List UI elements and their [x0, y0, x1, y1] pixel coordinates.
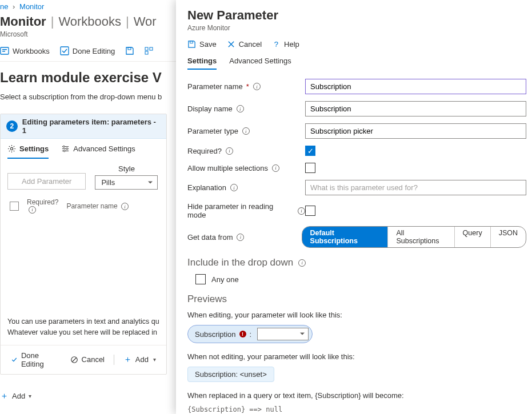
label-allow-multiple: Allow multiple selections — [187, 164, 268, 172]
panel-cancel-button[interactable]: Cancel — [227, 40, 262, 49]
any-one-label: Any one — [211, 275, 239, 284]
info-icon[interactable]: i — [272, 164, 279, 172]
chevron-down-icon: ▾ — [29, 393, 31, 399]
svg-rect-7 — [145, 51, 148, 54]
pill-default-subscriptions[interactable]: Default Subscriptions — [302, 227, 388, 247]
card-header: 2 Editing parameters item: parameters - … — [1, 114, 166, 139]
error-icon: ! — [239, 331, 246, 337]
info-icon[interactable]: i — [230, 184, 238, 191]
svg-rect-5 — [145, 47, 148, 50]
label-display-name: Display name — [187, 104, 233, 113]
done-editing-button[interactable]: Done Editing — [5, 349, 63, 371]
panel-actions: Save Cancel ? Help — [187, 40, 526, 49]
panel-tabs: Settings Advanced Settings — [187, 57, 526, 70]
toolbar-save[interactable] — [125, 46, 134, 55]
preview-dropdown[interactable] — [257, 328, 309, 340]
label-explanation: Explanation — [187, 183, 226, 192]
workbook-icon — [0, 46, 9, 55]
preview-pill-label: Subscription — [195, 330, 236, 339]
parameter-name-input[interactable] — [305, 79, 526, 94]
pill-json[interactable]: JSON — [490, 227, 526, 247]
preview-code: {Subscription} ==> null — [187, 405, 526, 413]
info-icon[interactable]: i — [226, 147, 233, 155]
include-section-header: Include in the drop downi — [187, 257, 526, 268]
info-icon[interactable]: i — [242, 127, 250, 135]
plus-icon: ＋ — [0, 391, 9, 401]
toolbar-workbooks[interactable]: Workbooks — [0, 46, 50, 55]
title-section2: Wor — [134, 14, 157, 29]
cancel-button[interactable]: Cancel — [65, 353, 110, 366]
card-title: Editing parameters item: parameters - 1 — [22, 118, 161, 135]
allow-multiple-checkbox[interactable] — [305, 163, 315, 173]
preview-editing-pill[interactable]: Subscription ! : — [187, 325, 313, 343]
info-icon[interactable]: i — [298, 259, 306, 267]
tab-settings[interactable]: Settings — [7, 144, 49, 159]
col-param-name: Parameter name — [66, 202, 117, 210]
toolbar-more[interactable] — [145, 46, 154, 55]
info-icon[interactable]: i — [29, 206, 36, 214]
label-hide-reading: Hide parameter in reading mode — [187, 202, 294, 219]
add-button[interactable]: ＋ Add ▾ — [118, 352, 162, 367]
label-parameter-type: Parameter type — [187, 127, 238, 135]
pill-query[interactable]: Query — [454, 227, 490, 247]
save-button[interactable]: Save — [187, 40, 217, 49]
preview-replaced-text: When replaced in a query or text item, {… — [187, 391, 526, 400]
add-parameter-button[interactable]: Add Parameter — [7, 173, 86, 190]
svg-point-11 — [63, 150, 65, 152]
panel-tab-advanced[interactable]: Advanced Settings — [229, 57, 291, 70]
style-label: Style — [95, 164, 158, 173]
breadcrumb-sep: › — [13, 2, 15, 11]
tab-advanced-settings[interactable]: Advanced Settings — [61, 144, 135, 159]
gear-icon — [7, 144, 16, 153]
label-required: Required? — [187, 147, 222, 155]
panel-title: New Parameter — [187, 8, 526, 23]
svg-point-9 — [63, 146, 65, 147]
chevron-down-icon: ▾ — [153, 356, 156, 363]
toolbar-done-editing[interactable]: Done Editing — [60, 46, 115, 55]
info-icon[interactable]: i — [237, 234, 244, 241]
help-icon: ? — [272, 40, 281, 49]
help-button[interactable]: ? Help — [272, 40, 299, 49]
info-icon[interactable]: i — [253, 83, 261, 90]
pill-all-subscriptions[interactable]: All Subscriptions — [387, 227, 454, 247]
svg-rect-3 — [61, 47, 69, 55]
any-one-checkbox[interactable] — [195, 274, 206, 284]
select-all-checkbox[interactable] — [10, 202, 19, 211]
parameters-card: 2 Editing parameters item: parameters - … — [0, 114, 167, 375]
get-data-pills: Default Subscriptions All Subscriptions … — [302, 226, 526, 248]
info-icon[interactable]: i — [298, 207, 305, 215]
parameter-type-select[interactable] — [305, 123, 526, 139]
required-asterisk: * — [246, 82, 249, 91]
panel-tab-settings[interactable]: Settings — [187, 57, 217, 70]
display-name-input[interactable] — [305, 101, 526, 116]
col-required: Required? — [27, 199, 58, 206]
breadcrumb-home[interactable]: ne — [0, 2, 8, 11]
sliders-icon — [61, 144, 70, 153]
required-checkbox[interactable] — [305, 146, 315, 156]
done-icon — [60, 46, 69, 55]
more-icon — [145, 46, 154, 55]
svg-point-10 — [66, 148, 68, 150]
info-icon[interactable]: i — [237, 105, 244, 112]
label-parameter-name: Parameter name — [187, 82, 243, 91]
card-tabs: Settings Advanced Settings — [1, 139, 166, 159]
preview-editing-text: When editing, your parameter will look l… — [187, 311, 526, 319]
plus-icon: ＋ — [123, 354, 132, 365]
step-badge: 2 — [6, 120, 18, 132]
card-footer: Done Editing Cancel ＋ Add ▾ — [1, 345, 166, 374]
svg-text:?: ? — [274, 40, 278, 49]
hide-reading-checkbox[interactable] — [305, 206, 315, 216]
svg-point-8 — [10, 147, 13, 150]
info-icon[interactable]: i — [121, 203, 129, 210]
breadcrumb-monitor[interactable]: Monitor — [19, 2, 44, 11]
label-get-data-from: Get data from — [187, 233, 233, 242]
save-icon — [187, 40, 196, 49]
explanation-input[interactable] — [305, 180, 526, 195]
save-icon — [125, 46, 134, 55]
panel-subtitle: Azure Monitor — [187, 24, 526, 32]
style-select[interactable]: Pills — [95, 175, 158, 190]
preview-notediting-text: When not editing, your parameter will lo… — [187, 352, 526, 361]
svg-rect-6 — [150, 47, 153, 50]
title-service: Monitor — [0, 14, 46, 29]
title-section: Workbooks — [58, 14, 121, 29]
